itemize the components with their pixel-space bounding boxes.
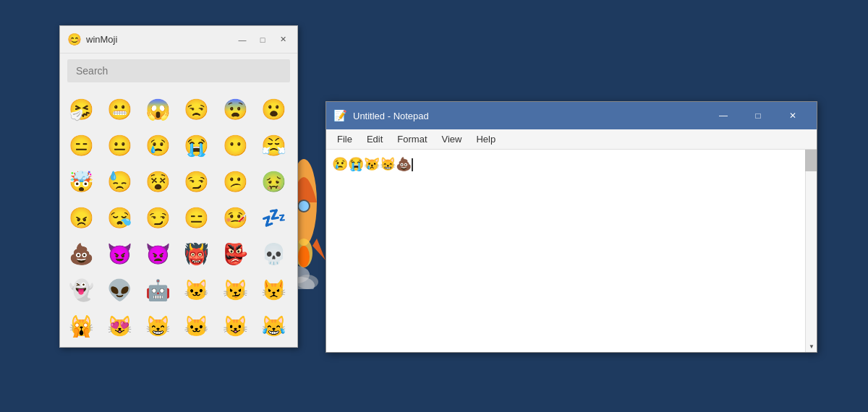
emoji-cell[interactable]: 😹: [257, 309, 292, 343]
emoji-cell[interactable]: 👺: [218, 236, 252, 271]
emoji-cell[interactable]: 🤯: [64, 164, 98, 199]
scrollbar-thumb[interactable]: [805, 150, 817, 171]
notepad-menubar: File Edit Format View Help: [326, 129, 817, 150]
emoji-cell[interactable]: 🤖: [141, 272, 176, 307]
menu-format[interactable]: Format: [390, 131, 434, 147]
notepad-close-button[interactable]: ✕: [776, 105, 809, 126]
notepad-title: Untitled - Notepad: [353, 111, 707, 121]
emoji-cell[interactable]: 😸: [141, 309, 176, 343]
winmoji-minimize-button[interactable]: —: [235, 33, 250, 47]
emoji-cell[interactable]: 🐱: [179, 309, 214, 343]
emoji-cell[interactable]: 🙀: [64, 309, 98, 343]
emoji-cell[interactable]: 😤: [257, 128, 292, 163]
emoji-cell[interactable]: 👽: [102, 272, 137, 307]
notepad-content-area[interactable]: 😢😭😿😸💩 ▲ ▼: [326, 150, 817, 352]
emoji-cell[interactable]: 😵: [141, 164, 176, 199]
emoji-cell[interactable]: 😨: [218, 92, 252, 126]
menu-file[interactable]: File: [330, 131, 359, 147]
emoji-cell[interactable]: 😑: [179, 200, 214, 235]
emoji-cell[interactable]: 😑: [64, 128, 98, 163]
emoji-cell[interactable]: 😏: [179, 164, 214, 199]
winmoji-titlebar: 😊 winMoji — □ ✕: [60, 26, 297, 53]
emoji-cell[interactable]: 😒: [179, 92, 214, 126]
emoji-cell[interactable]: 😶: [218, 128, 252, 163]
emoji-cell[interactable]: 😺: [218, 309, 252, 343]
scrollbar-down-arrow[interactable]: ▼: [806, 340, 817, 352]
emoji-cell[interactable]: 🤧: [64, 92, 98, 126]
notepad-titlebar: 📝 Untitled - Notepad — □ ✕: [326, 102, 817, 129]
notepad-scrollbar[interactable]: ▲ ▼: [805, 150, 817, 352]
menu-edit[interactable]: Edit: [359, 131, 390, 147]
emoji-cell[interactable]: 👿: [141, 236, 176, 271]
winmoji-window-controls: — □ ✕: [235, 33, 290, 47]
emoji-cell[interactable]: 🐱: [179, 272, 214, 307]
emoji-cell[interactable]: 🤒: [218, 200, 252, 235]
emoji-cell[interactable]: 😭: [179, 128, 214, 163]
emoji-cell[interactable]: 😈: [102, 236, 137, 271]
emoji-cell[interactable]: 😼: [218, 272, 252, 307]
notepad-window: 📝 Untitled - Notepad — □ ✕ File Edit For…: [326, 101, 817, 353]
notepad-minimize-button[interactable]: —: [707, 105, 740, 126]
emoji-cell[interactable]: 💩: [64, 236, 98, 271]
winmoji-window: 😊 winMoji — □ ✕ 🤧😬😱😒😨😮😑😐😢😭😶😤🤯😓😵😏😕🤢😠😪😏😑🤒💤…: [59, 25, 298, 348]
winmoji-app-icon: 😊: [67, 33, 82, 46]
text-cursor: [412, 158, 413, 171]
svg-point-5: [297, 275, 318, 289]
emoji-cell[interactable]: 😠: [64, 200, 98, 235]
emoji-cell[interactable]: 😓: [102, 164, 137, 199]
svg-point-1: [298, 200, 310, 212]
menu-view[interactable]: View: [435, 131, 469, 147]
notepad-maximize-button[interactable]: □: [741, 105, 775, 126]
emoji-cell[interactable]: 😮: [257, 92, 292, 126]
notepad-app-icon: 📝: [333, 109, 347, 122]
emoji-cell[interactable]: 💤: [257, 200, 292, 235]
emoji-cell[interactable]: 😱: [141, 92, 176, 126]
winmoji-title: winMoji: [86, 34, 235, 45]
emoji-cell[interactable]: 😕: [218, 164, 252, 199]
winmoji-search-container: [60, 53, 297, 88]
winmoji-maximize-button[interactable]: □: [255, 33, 270, 47]
emoji-cell[interactable]: 🤢: [257, 164, 292, 199]
emoji-grid: 🤧😬😱😒😨😮😑😐😢😭😶😤🤯😓😵😏😕🤢😠😪😏😑🤒💤💩😈👿👹👺💀👻👽🤖🐱😼😾🙀😻😸🐱…: [60, 88, 297, 347]
emoji-cell[interactable]: 😾: [257, 272, 292, 307]
notepad-text-content: 😢😭😿😸💩: [332, 158, 412, 172]
emoji-cell[interactable]: 😬: [102, 92, 137, 126]
search-input[interactable]: [67, 59, 290, 82]
emoji-cell[interactable]: 👹: [179, 236, 214, 271]
emoji-cell[interactable]: 👻: [64, 272, 98, 307]
svg-point-3: [298, 246, 310, 267]
emoji-cell[interactable]: 😻: [102, 309, 137, 343]
menu-help[interactable]: Help: [469, 131, 503, 147]
emoji-cell[interactable]: 😪: [102, 200, 137, 235]
emoji-cell[interactable]: 😐: [102, 128, 137, 163]
emoji-cell[interactable]: 😢: [141, 128, 176, 163]
emoji-cell[interactable]: 😏: [141, 200, 176, 235]
winmoji-close-button[interactable]: ✕: [276, 33, 290, 47]
emoji-cell[interactable]: 💀: [257, 236, 292, 271]
notepad-window-controls: — □ ✕: [707, 105, 809, 126]
